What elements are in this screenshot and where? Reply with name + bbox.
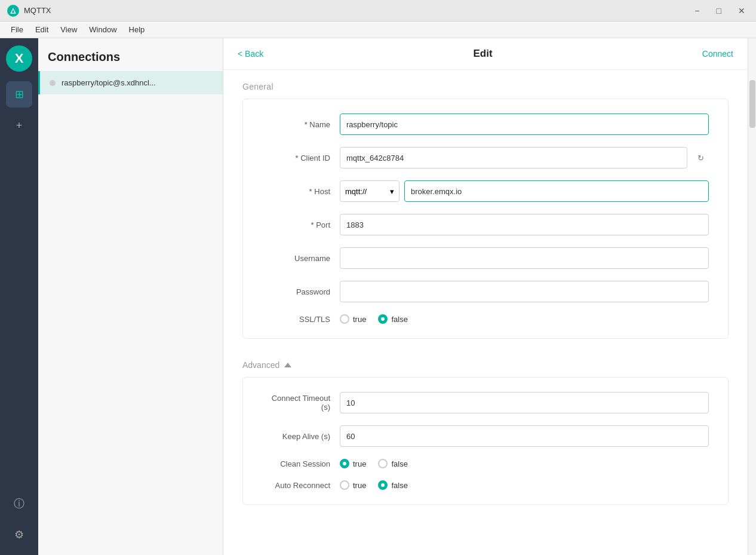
- connections-panel: Connections raspberry/topic@s.xdhncl...: [38, 38, 223, 555]
- connect-timeout-row: Connect Timeout (s): [262, 392, 709, 413]
- maximize-button[interactable]: □: [713, 5, 725, 17]
- connect-timeout-input[interactable]: [340, 392, 709, 413]
- sidebar-item-info[interactable]: ⓘ: [6, 490, 32, 517]
- clean-session-true-option[interactable]: true: [340, 459, 366, 468]
- sidebar-item-add[interactable]: +: [6, 112, 32, 139]
- general-card: * Name * Client ID ↻ * Host: [242, 99, 729, 339]
- app-title: MQTTX: [24, 6, 691, 15]
- port-input[interactable]: [340, 214, 709, 235]
- refresh-client-id-button[interactable]: ↻: [692, 149, 709, 166]
- password-label: Password: [262, 287, 340, 296]
- app-logo: X: [6, 45, 32, 72]
- general-section-label: General: [242, 70, 729, 99]
- menu-help[interactable]: Help: [123, 23, 151, 36]
- host-input[interactable]: [404, 180, 709, 202]
- chevron-down-icon: ▾: [390, 187, 394, 196]
- port-label: * Port: [262, 220, 340, 229]
- client-id-input[interactable]: [340, 147, 687, 168]
- client-id-field-group: ↻: [340, 147, 709, 168]
- connection-name: raspberry/topic@s.xdhncl...: [62, 78, 156, 87]
- clean-session-radio-group: true false: [340, 459, 709, 468]
- username-row: Username: [262, 247, 709, 269]
- app-icon: [7, 5, 19, 17]
- menu-view[interactable]: View: [54, 23, 83, 36]
- edit-title: Edit: [263, 48, 702, 60]
- form-content: General * Name * Client ID ↻ *: [223, 70, 748, 555]
- menu-edit[interactable]: Edit: [29, 23, 54, 36]
- clean-session-false-label: false: [391, 459, 407, 468]
- menubar: File Edit View Window Help: [0, 22, 756, 38]
- protocol-dropdown[interactable]: mqtt:// ▾: [340, 180, 399, 202]
- clean-session-true-label: true: [353, 459, 366, 468]
- advanced-section-header: Advanced: [242, 348, 729, 377]
- name-label: * Name: [262, 120, 340, 129]
- advanced-collapse-icon[interactable]: [284, 363, 291, 367]
- auto-reconnect-false-label: false: [391, 481, 407, 490]
- keep-alive-label: Keep Alive (s): [262, 432, 340, 441]
- auto-reconnect-true-radio[interactable]: [340, 480, 349, 490]
- clean-session-label: Clean Session: [262, 459, 340, 468]
- auto-reconnect-radio-group: true false: [340, 480, 709, 490]
- icon-sidebar: X ⊞ + ⓘ ⚙: [0, 38, 38, 555]
- ssl-false-label: false: [391, 315, 407, 324]
- password-row: Password: [262, 281, 709, 302]
- name-row: * Name: [262, 114, 709, 135]
- edit-header: < Back Edit Connect: [223, 38, 748, 70]
- scroll-thumb[interactable]: [749, 80, 755, 128]
- menu-file[interactable]: File: [5, 23, 29, 36]
- advanced-card: Connect Timeout (s) Keep Alive (s) Clean…: [242, 377, 729, 505]
- clean-session-false-radio[interactable]: [378, 459, 388, 468]
- clean-session-row: Clean Session true false: [262, 459, 709, 468]
- auto-reconnect-false-radio[interactable]: [378, 480, 388, 490]
- titlebar: MQTTX − □ ✕: [0, 0, 756, 22]
- host-field-group: mqtt:// ▾: [340, 180, 709, 202]
- sidebar-item-connections[interactable]: ⊞: [6, 81, 32, 108]
- protocol-value: mqtt://: [345, 187, 367, 196]
- ssl-tls-radio-group: true false: [340, 314, 709, 324]
- main-content: < Back Edit Connect General * Name * Cli…: [223, 38, 748, 555]
- auto-reconnect-label: Auto Reconnect: [262, 481, 340, 490]
- window-controls: − □ ✕: [691, 5, 749, 17]
- logo-letter: X: [15, 51, 24, 66]
- ssl-true-option[interactable]: true: [340, 314, 366, 324]
- scrollbar[interactable]: [748, 38, 756, 555]
- port-row: * Port: [262, 214, 709, 235]
- connections-title: Connections: [38, 38, 223, 71]
- connection-item[interactable]: raspberry/topic@s.xdhncl...: [38, 71, 223, 94]
- sidebar-item-settings[interactable]: ⚙: [6, 522, 32, 548]
- auto-reconnect-false-option[interactable]: false: [378, 480, 407, 490]
- back-button[interactable]: < Back: [238, 49, 263, 59]
- app-body: X ⊞ + ⓘ ⚙ Connections raspberry/topic@s.…: [0, 38, 756, 555]
- ssl-true-radio[interactable]: [340, 314, 349, 324]
- connect-button[interactable]: Connect: [702, 49, 733, 59]
- minimize-button[interactable]: −: [691, 5, 703, 17]
- auto-reconnect-true-label: true: [353, 481, 366, 490]
- host-label: * Host: [262, 187, 340, 196]
- ssl-false-radio[interactable]: [378, 314, 388, 324]
- clean-session-true-radio[interactable]: [340, 459, 349, 468]
- keep-alive-input[interactable]: [340, 425, 709, 447]
- auto-reconnect-true-option[interactable]: true: [340, 480, 366, 490]
- ssl-tls-label: SSL/TLS: [262, 315, 340, 324]
- client-id-row: * Client ID ↻: [262, 147, 709, 168]
- close-button[interactable]: ✕: [735, 5, 749, 17]
- clean-session-false-option[interactable]: false: [378, 459, 407, 468]
- ssl-true-label: true: [353, 315, 366, 324]
- client-id-label: * Client ID: [262, 154, 340, 162]
- connect-timeout-label: Connect Timeout (s): [262, 394, 340, 412]
- keep-alive-row: Keep Alive (s): [262, 425, 709, 447]
- menu-window[interactable]: Window: [83, 23, 122, 36]
- ssl-false-option[interactable]: false: [378, 314, 407, 324]
- auto-reconnect-row: Auto Reconnect true false: [262, 480, 709, 490]
- host-row: * Host mqtt:// ▾: [262, 180, 709, 202]
- username-label: Username: [262, 254, 340, 263]
- advanced-section-label: Advanced: [242, 360, 279, 370]
- username-input[interactable]: [340, 247, 709, 269]
- name-input[interactable]: [340, 114, 709, 135]
- ssl-tls-row: SSL/TLS true false: [262, 314, 709, 324]
- password-input[interactable]: [340, 281, 709, 302]
- connection-status-dot: [50, 80, 56, 86]
